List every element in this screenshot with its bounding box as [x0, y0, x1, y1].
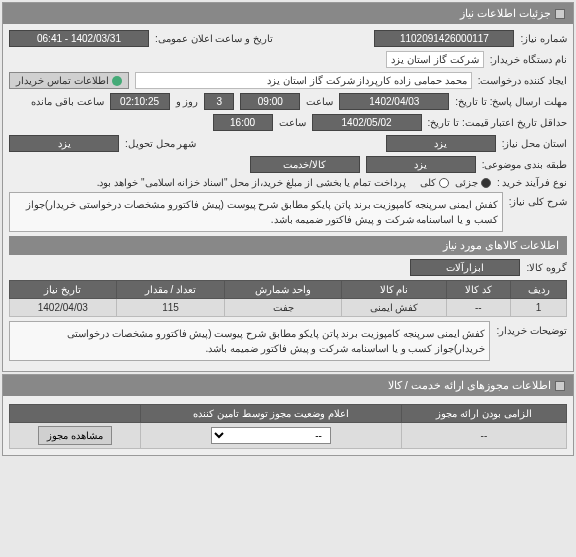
goods-header-text: اطلاعات کالاهای مورد نیاز: [443, 239, 559, 251]
need-details-header[interactable]: جزئیات اطلاعات نیاز: [3, 3, 573, 24]
col-date: تاریخ نیاز: [10, 281, 117, 299]
goods-table: ردیف کد کالا نام کالا واحد شمارش تعداد /…: [9, 280, 567, 317]
deadline-date: 1402/04/03: [339, 93, 449, 110]
cell-date: 1402/04/03: [10, 299, 117, 317]
goods-header: اطلاعات کالاهای مورد نیاز: [9, 236, 567, 255]
permit-status-select[interactable]: --: [211, 427, 331, 444]
cell-name: کفش ایمنی: [342, 299, 446, 317]
need-details-body: شماره نیاز: 1102091426000117 تاریخ و ساع…: [3, 24, 573, 371]
group-value: ابزارآلات: [410, 259, 520, 276]
table-row[interactable]: 1 -- کفش ایمنی جفت 115 1402/04/03: [10, 299, 567, 317]
days-count: 3: [204, 93, 234, 110]
cell-qty: 115: [116, 299, 225, 317]
permits-body: الزامی بودن ارائه مجوز اعلام وضعیت مجوز …: [3, 396, 573, 455]
cell-status: --: [140, 423, 401, 449]
validity-time: 16:00: [213, 114, 273, 131]
cell-unit: جفت: [225, 299, 342, 317]
table-header-row: الزامی بودن ارائه مجوز اعلام وضعیت مجوز …: [10, 405, 567, 423]
deadline-label: مهلت ارسال پاسخ: تا تاریخ:: [455, 96, 567, 107]
info-icon: [112, 76, 122, 86]
group-label: گروه کالا:: [526, 262, 567, 273]
radio-dot-icon: [439, 178, 449, 188]
delivery-city: یزد: [9, 135, 119, 152]
col-code: کد کالا: [446, 281, 511, 299]
radio-full[interactable]: کلی: [420, 177, 449, 188]
col-required: الزامی بودن ارائه مجوز: [401, 405, 566, 423]
deadline-time: 09:00: [240, 93, 300, 110]
buyer-value: شرکت گاز استان یزد: [386, 51, 483, 68]
requester-label: ایجاد کننده درخواست:: [478, 75, 567, 86]
time-label-1: ساعت: [306, 96, 333, 107]
radio-dot-icon: [481, 178, 491, 188]
cell-idx: 1: [511, 299, 567, 317]
days-label: روز و: [176, 96, 199, 107]
validity-date: 1402/05/02: [312, 114, 422, 131]
need-number-label: شماره نیاز:: [520, 33, 567, 44]
need-city: یزد: [386, 135, 496, 152]
contact-buyer-button[interactable]: اطلاعات تماس خریدار: [9, 72, 129, 89]
need-number-value: 1102091426000117: [374, 30, 514, 47]
payment-note: پرداخت تمام یا بخشی از مبلغ خرید،از محل …: [97, 177, 406, 188]
table-row: -- -- مشاهده مجوز: [10, 423, 567, 449]
remaining-label: ساعت باقی مانده: [31, 96, 104, 107]
cell-required: --: [401, 423, 566, 449]
cell-code: --: [446, 299, 511, 317]
permits-header[interactable]: اطلاعات مجوزهای ارائه خدمت / کالا: [3, 375, 573, 396]
table-header-row: ردیف کد کالا نام کالا واحد شمارش تعداد /…: [10, 281, 567, 299]
permits-table: الزامی بودن ارائه مجوز اعلام وضعیت مجوز …: [9, 404, 567, 449]
category-label: طبقه بندی موضوعی:: [482, 159, 567, 170]
col-qty: تعداد / مقدار: [116, 281, 225, 299]
remaining-time: 02:10:25: [110, 93, 170, 110]
col-action: [10, 405, 141, 423]
col-idx: ردیف: [511, 281, 567, 299]
requester-value: محمد حمامی زاده کارپرداز شرکت گاز استان …: [135, 72, 472, 89]
desc-text: کفش ایمنی سرپنجه کامپوزیت برند پاتن پایک…: [9, 192, 503, 232]
radio-partial-label: جزئی: [455, 177, 478, 188]
col-name: نام کالا: [342, 281, 446, 299]
category2: یزد: [366, 156, 476, 173]
need-city-label: استان محل نیاز:: [502, 138, 567, 149]
announce-label: تاریخ و ساعت اعلان عمومی:: [155, 33, 273, 44]
time-label-2: ساعت: [279, 117, 306, 128]
delivery-city-label: شهر محل تحویل:: [125, 138, 196, 149]
announce-value: 1402/03/31 - 06:41: [9, 30, 149, 47]
need-details-panel: جزئیات اطلاعات نیاز شماره نیاز: 11020914…: [2, 2, 574, 372]
validity-label: حداقل تاریخ اعتبار قیمت: تا تاریخ:: [428, 117, 567, 128]
collapse-icon[interactable]: [555, 381, 565, 391]
permits-panel: اطلاعات مجوزهای ارائه خدمت / کالا الزامی…: [2, 374, 574, 456]
buyer-note: کفش ایمنی سرپنجه کامپوزیت برند پاتن پایک…: [9, 321, 490, 361]
panel-title: جزئیات اطلاعات نیاز: [460, 7, 551, 20]
collapse-icon[interactable]: [555, 9, 565, 19]
category: کالا/خدمت: [250, 156, 360, 173]
radio-full-label: کلی: [420, 177, 436, 188]
buyer-note-label: توضیحات خریدار:: [496, 321, 567, 336]
contact-btn-label: اطلاعات تماس خریدار: [16, 75, 109, 86]
purchase-type-label: نوع فرآیند خرید :: [497, 177, 567, 188]
view-permit-button[interactable]: مشاهده مجوز: [38, 426, 112, 445]
permits-title: اطلاعات مجوزهای ارائه خدمت / کالا: [388, 379, 551, 392]
radio-partial[interactable]: جزئی: [455, 177, 491, 188]
col-unit: واحد شمارش: [225, 281, 342, 299]
buyer-label: نام دستگاه خریدار:: [490, 54, 567, 65]
desc-label: شرح کلی نیاز:: [509, 192, 567, 207]
cell-action: مشاهده مجوز: [10, 423, 141, 449]
col-status: اعلام وضعیت مجوز توسط تامین کننده: [140, 405, 401, 423]
